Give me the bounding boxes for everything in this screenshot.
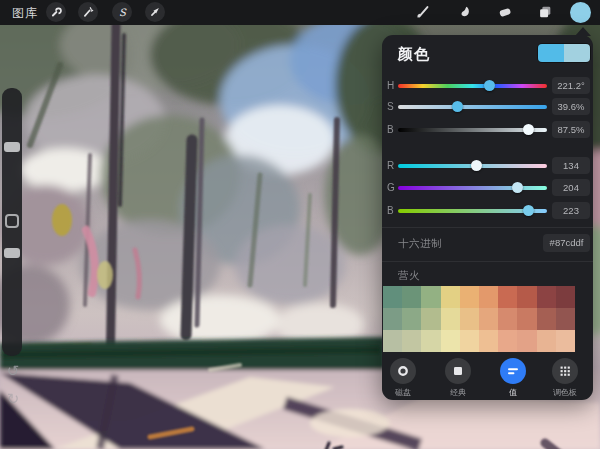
palette-swatch-2-1[interactable]: [402, 330, 421, 352]
actions-button[interactable]: [46, 2, 66, 22]
palette-swatch-0-6[interactable]: [498, 286, 517, 308]
slider-handle[interactable]: [452, 101, 463, 112]
palette-swatch-2-9[interactable]: [556, 330, 575, 352]
color-swatch-button[interactable]: [570, 2, 591, 23]
slider-label: B: [387, 124, 394, 135]
color-panel: 颜色 H221.2°S39.6%B87.5% R134G204B223 十六进制…: [382, 35, 593, 400]
divider: [382, 227, 593, 228]
hex-label: 十六进制: [398, 237, 442, 251]
slider-value[interactable]: 223: [552, 202, 590, 219]
panel-callout-arrow: [575, 27, 591, 36]
mode-label-grid: 调色板: [553, 387, 577, 398]
palette-swatch-2-2[interactable]: [421, 330, 440, 352]
palette-swatch-1-7[interactable]: [517, 308, 536, 330]
slider-label: H: [387, 80, 394, 91]
redo-button[interactable]: ↻: [4, 390, 22, 408]
palette-swatch-1-0[interactable]: [383, 308, 402, 330]
palette-grid: [383, 286, 575, 352]
eraser-icon: [497, 4, 513, 20]
palette-swatch-1-3[interactable]: [441, 308, 460, 330]
transform-arrow-icon: [148, 5, 162, 19]
slider-row-g-rgb-sliders: G204: [382, 178, 593, 198]
palette-swatch-2-4[interactable]: [460, 330, 479, 352]
slider-track[interactable]: [398, 186, 547, 190]
palette-name: 营火: [398, 269, 420, 283]
layers-button[interactable]: [536, 3, 554, 21]
palette-swatch-1-1[interactable]: [402, 308, 421, 330]
slider-label: B: [387, 205, 394, 216]
slider-handle[interactable]: [512, 182, 523, 193]
palette-swatch-0-9[interactable]: [556, 286, 575, 308]
slider-track[interactable]: [398, 105, 547, 109]
palette-swatch-1-5[interactable]: [479, 308, 498, 330]
slider-label: R: [387, 160, 394, 171]
opacity-slider[interactable]: [4, 248, 20, 258]
current-color[interactable]: [564, 44, 590, 62]
slider-track[interactable]: [398, 84, 547, 88]
slider-row-b-rgb-sliders: B223: [382, 201, 593, 221]
wrench-icon: [49, 5, 63, 19]
palette-swatch-1-4[interactable]: [460, 308, 479, 330]
palette-swatch-2-3[interactable]: [441, 330, 460, 352]
slider-label: G: [387, 182, 395, 193]
slider-value[interactable]: 87.5%: [552, 121, 590, 138]
slider-handle[interactable]: [471, 160, 482, 171]
modify-button[interactable]: [5, 214, 19, 228]
slider-track[interactable]: [398, 209, 547, 213]
palette-swatch-2-0[interactable]: [383, 330, 402, 352]
slider-row-b-hsb-sliders: B87.5%: [382, 120, 593, 140]
palette-swatch-0-2[interactable]: [421, 286, 440, 308]
palette-swatch-1-2[interactable]: [421, 308, 440, 330]
svg-text:S: S: [119, 7, 127, 18]
slider-handle[interactable]: [523, 205, 534, 216]
palette-swatch-2-5[interactable]: [479, 330, 498, 352]
value-sliders-icon: [505, 363, 521, 379]
gallery-button[interactable]: 图库: [12, 5, 38, 22]
current-previous-color-swatch[interactable]: [537, 43, 591, 63]
palette-swatch-0-3[interactable]: [441, 286, 460, 308]
mode-label-disc: 磁盘: [395, 387, 411, 398]
slider-row-r-rgb-sliders: R134: [382, 156, 593, 176]
slider-value[interactable]: 204: [552, 179, 590, 196]
undo-button[interactable]: ↺: [4, 362, 22, 380]
brush-button[interactable]: [414, 3, 432, 21]
slider-track[interactable]: [398, 164, 547, 168]
mode-disc-button[interactable]: [390, 358, 416, 384]
brush-icon: [415, 4, 431, 20]
palette-swatch-1-9[interactable]: [556, 308, 575, 330]
palette-grid-icon: [557, 363, 573, 379]
eraser-button[interactable]: [496, 3, 514, 21]
top-toolbar: 图库 S: [0, 0, 600, 25]
palette-swatch-2-8[interactable]: [537, 330, 556, 352]
palette-swatch-1-8[interactable]: [537, 308, 556, 330]
palette-swatch-0-1[interactable]: [402, 286, 421, 308]
palette-swatch-0-5[interactable]: [479, 286, 498, 308]
slider-value[interactable]: 39.6%: [552, 98, 590, 115]
adjustments-button[interactable]: [78, 2, 98, 22]
palette-swatch-1-6[interactable]: [498, 308, 517, 330]
hex-value-field[interactable]: #87cddf: [543, 234, 590, 252]
slider-row-h-hsb-sliders: H221.2°: [382, 76, 593, 96]
mode-classic-button[interactable]: [445, 358, 471, 384]
mode-grid-button[interactable]: [552, 358, 578, 384]
mode-value-button[interactable]: [500, 358, 526, 384]
palette-swatch-2-7[interactable]: [517, 330, 536, 352]
adjustments-wand-icon: [81, 5, 95, 19]
palette-swatch-0-8[interactable]: [537, 286, 556, 308]
previous-color[interactable]: [538, 44, 564, 62]
palette-swatch-0-7[interactable]: [517, 286, 536, 308]
palette-swatch-0-0[interactable]: [383, 286, 402, 308]
slider-handle[interactable]: [523, 124, 534, 135]
palette-swatch-0-4[interactable]: [460, 286, 479, 308]
smudge-button[interactable]: [456, 3, 474, 21]
palette-swatch-2-6[interactable]: [498, 330, 517, 352]
transform-button[interactable]: [145, 2, 165, 22]
slider-value[interactable]: 221.2°: [552, 77, 590, 94]
smudge-icon: [457, 4, 473, 20]
slider-track[interactable]: [398, 128, 547, 132]
slider-handle[interactable]: [484, 80, 495, 91]
slider-value[interactable]: 134: [552, 157, 590, 174]
panel-title: 颜色: [398, 45, 430, 64]
selection-button[interactable]: S: [112, 2, 132, 22]
brush-size-slider[interactable]: [4, 142, 20, 152]
